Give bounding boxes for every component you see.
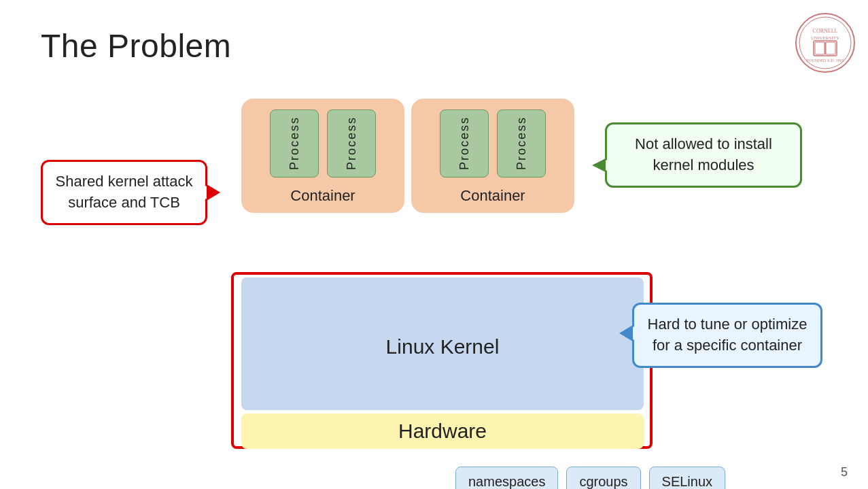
cgroups-component: cgroups [566, 467, 640, 489]
hardware-label: Hardware [398, 420, 487, 443]
process-box-2a: Process [440, 109, 489, 178]
process-label-2a: Process [457, 116, 472, 170]
container-box-1: Process Process Container [241, 99, 404, 213]
diagram: Process Process Container Process Proces… [41, 99, 822, 462]
callout-green-text: Not allowed to install kernel modules [635, 135, 772, 173]
svg-text:CORNELL: CORNELL [813, 28, 838, 34]
process-label-1a: Process [288, 116, 302, 170]
svg-text:UNIVERSITY: UNIVERSITY [811, 35, 839, 41]
cornell-logo: CORNELL UNIVERSITY FOUNDED A.D. 1865 [795, 12, 856, 73]
process-box-1b: Process [327, 109, 376, 178]
container-2-processes: Process Process [440, 109, 546, 178]
callout-red: Shared kernel attack surface and TCB [41, 160, 207, 225]
namespaces-component: namespaces [455, 467, 558, 489]
selinux-component: SELinux [649, 467, 726, 489]
slide: The Problem CORNELL UNIVERSITY FOUNDED A… [0, 0, 868, 489]
callout-blue-text: Hard to tune or optimize for a specific … [648, 316, 808, 354]
callout-green: Not allowed to install kernel modules [605, 122, 802, 188]
container-label-1: Container [290, 187, 355, 205]
process-label-2b: Process [515, 116, 529, 170]
container-box-2: Process Process Container [411, 99, 574, 213]
kernel-components: namespaces cgroups SELinux [455, 467, 725, 489]
callout-blue: Hard to tune or optimize for a specific … [632, 303, 822, 368]
container-label-2: Container [460, 187, 525, 205]
slide-title: The Problem [41, 27, 231, 65]
process-box-1a: Process [270, 109, 319, 178]
svg-text:FOUNDED A.D. 1865: FOUNDED A.D. 1865 [806, 58, 844, 63]
container-2: Process Process Container [411, 99, 574, 213]
hardware-box: Hardware [241, 414, 644, 449]
container-1-processes: Process Process [270, 109, 376, 178]
container-1: Process Process Container [241, 99, 404, 213]
page-number: 5 [841, 465, 848, 479]
process-label-1b: Process [345, 116, 359, 170]
linux-kernel-label: Linux Kernel [241, 335, 644, 358]
process-box-2b: Process [497, 109, 546, 178]
callout-red-text: Shared kernel attack surface and TCB [56, 173, 193, 211]
